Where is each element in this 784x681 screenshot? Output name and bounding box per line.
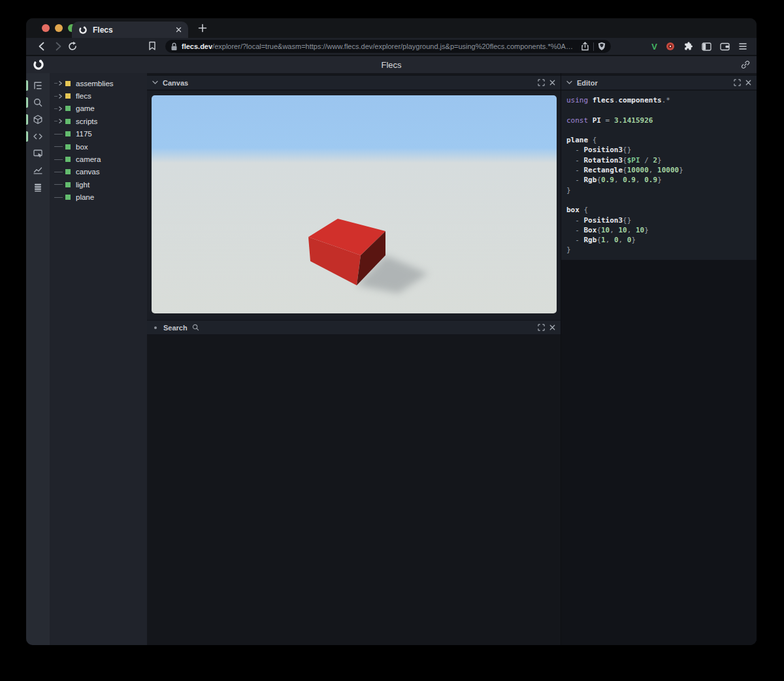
tree-item-assemblies[interactable]: assemblies [50, 77, 147, 89]
close-icon [745, 80, 751, 86]
fullscreen-icon [538, 79, 545, 86]
editor-panel: Editor using flecs.components.* const PI… [561, 73, 757, 645]
code-line: - Rgb{0.9, 0.9, 0.9} [566, 175, 753, 185]
tree-item-label: box [76, 143, 88, 151]
sidebar-item-entities[interactable] [26, 111, 50, 128]
search-panel-title: Search [163, 324, 188, 332]
close-icon [549, 80, 555, 86]
code-line: plane { [566, 135, 753, 145]
new-tab-button[interactable] [197, 23, 208, 33]
fullscreen-button[interactable] [734, 79, 741, 86]
share-icon[interactable] [581, 42, 589, 51]
fullscreen-button[interactable] [538, 324, 545, 331]
close-panel-button[interactable] [549, 325, 555, 330]
main-area: Canvas [147, 73, 757, 645]
search-icon [33, 97, 43, 108]
url-bar[interactable]: flecs.dev/explorer/?local=true&wasm=http… [165, 40, 611, 53]
v-extension-icon[interactable]: V [651, 42, 657, 52]
entity-kind-icon [65, 182, 71, 187]
leaf-connector [54, 197, 65, 198]
tree-item-label: scripts [76, 118, 97, 125]
fullscreen-button[interactable] [538, 79, 545, 86]
editor-panel-header: Editor [561, 75, 757, 90]
minimize-window-button[interactable] [55, 24, 63, 32]
code-line: - Box{10, 10, 10} [566, 225, 753, 235]
tree-item-label: plane [76, 193, 94, 201]
toolbar-extensions: V [651, 38, 747, 55]
code-line: box { [566, 205, 753, 215]
sidebar-item-script[interactable] [26, 128, 50, 145]
entity-kind-icon [65, 144, 71, 150]
entity-kind-icon [65, 131, 71, 136]
forward-button[interactable] [53, 41, 63, 52]
sidebar-item-stats[interactable] [26, 162, 50, 179]
sidebar-item-tree[interactable] [26, 77, 50, 94]
tree-item-scripts[interactable]: scripts [50, 115, 147, 127]
code-editor[interactable]: using flecs.components.* const PI = 3.14… [561, 91, 757, 260]
share-link-icon[interactable] [741, 60, 750, 69]
expand-chevron-icon[interactable] [54, 93, 65, 99]
tab-close-icon[interactable] [176, 27, 182, 33]
active-indicator [26, 97, 28, 108]
sidebar-item-data[interactable] [26, 179, 50, 196]
url-text: flecs.dev/explorer/?local=true&wasm=http… [182, 42, 577, 50]
expand-chevron-icon[interactable] [54, 80, 65, 86]
back-button[interactable] [37, 41, 47, 52]
entity-kind-icon [65, 157, 71, 162]
bookmark-icon[interactable] [148, 41, 157, 51]
tree-item-box[interactable]: box [50, 140, 147, 153]
code-line: - Rectangle{10000, 10000} [566, 165, 753, 175]
code-line [566, 125, 753, 135]
tree-item-light[interactable]: light [50, 178, 147, 191]
close-panel-button[interactable] [549, 80, 555, 86]
canvas-panel-header: Canvas [147, 75, 561, 90]
collapse-chevron-icon[interactable] [566, 80, 572, 85]
hierarchy-icon [33, 80, 43, 91]
sidebar-toggle-icon[interactable] [702, 42, 711, 51]
expand-chevron-icon[interactable] [54, 118, 65, 124]
menu-hamburger-icon[interactable] [738, 42, 747, 50]
tree-item-game[interactable]: game [50, 103, 147, 115]
browser-toolbar: flecs.dev/explorer/?local=true&wasm=http… [26, 38, 757, 55]
browser-tab[interactable]: Flecs [72, 22, 188, 38]
app-header: Flecs [26, 56, 757, 73]
3d-viewport[interactable] [152, 95, 557, 313]
tree-item-plane[interactable]: plane [50, 191, 147, 204]
tree-item-flecs[interactable]: flecs [50, 89, 147, 102]
reload-button[interactable] [67, 41, 78, 52]
tree-item-camera[interactable]: camera [50, 153, 147, 165]
entity-kind-icon [65, 106, 71, 111]
tab-title: Flecs [93, 25, 176, 35]
tree-item-1175[interactable]: 1175 [50, 128, 147, 140]
leaf-connector [54, 184, 65, 185]
flecs-logo[interactable] [33, 59, 44, 71]
record-extension-icon[interactable] [666, 42, 675, 51]
code-line: - Position3{} [566, 145, 753, 155]
close-panel-button[interactable] [745, 80, 751, 86]
sidebar-item-search[interactable] [26, 94, 50, 111]
leaf-connector [54, 172, 65, 172]
active-indicator [26, 80, 28, 91]
close-icon [549, 325, 555, 330]
url-domain: flecs.dev [182, 42, 212, 50]
collapsed-indicator-dot[interactable] [154, 326, 157, 329]
tree-item-canvas[interactable]: canvas [50, 166, 147, 178]
fullscreen-icon [538, 324, 545, 331]
close-window-button[interactable] [42, 24, 50, 32]
collapse-chevron-icon[interactable] [152, 80, 158, 85]
leaf-connector [54, 134, 65, 135]
inspector-window-icon [33, 148, 43, 159]
extensions-puzzle-icon[interactable] [683, 42, 693, 52]
tree-item-label: camera [76, 155, 101, 163]
brave-shield-icon[interactable] [598, 42, 606, 51]
browser-window: Flecs flecs.dev/explorer/? [26, 18, 757, 645]
canvas-panel-title: Canvas [163, 79, 533, 87]
flecs-favicon [78, 25, 88, 35]
expand-chevron-icon[interactable] [54, 106, 65, 112]
sidebar-item-inspector[interactable] [26, 145, 50, 162]
leaf-connector [54, 159, 65, 160]
tree-item-label: assemblies [76, 80, 114, 87]
icon-sidebar [26, 73, 50, 645]
wallet-icon[interactable] [720, 42, 730, 51]
code-line: } [566, 245, 753, 255]
